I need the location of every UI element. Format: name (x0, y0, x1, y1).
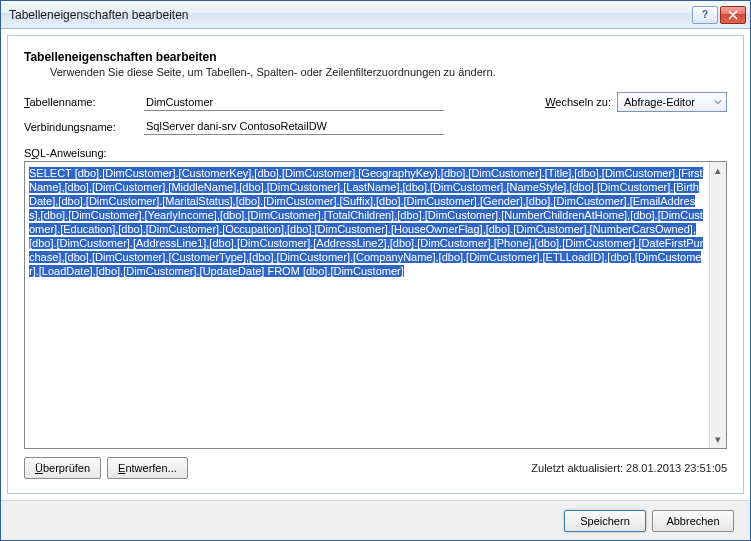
label-tablename: Tabellenname: (24, 96, 144, 108)
page-subheading: Verwenden Sie diese Seite, um Tabellen-,… (24, 66, 727, 78)
dialog-footer: Speichern Abbrechen (1, 500, 750, 540)
save-button[interactable]: Speichern (564, 510, 646, 532)
label-connname: Verbindungsname: (24, 121, 144, 133)
dialog-window: Tabelleneigenschaften bearbeiten ? Tabel… (0, 0, 751, 541)
sql-selection: SELECT [dbo].[DimCustomer].[CustomerKey]… (29, 167, 703, 277)
label-switch: Wechseln zu: (545, 96, 611, 108)
help-button[interactable]: ? (692, 6, 718, 24)
switch-to-combo[interactable]: Abfrage-Editor (617, 92, 727, 112)
window-title: Tabelleneigenschaften bearbeiten (9, 8, 692, 22)
sql-editor[interactable]: SELECT [dbo].[DimCustomer].[CustomerKey]… (24, 161, 727, 449)
scroll-up-icon[interactable]: ▴ (710, 162, 726, 179)
connname-input (144, 118, 444, 135)
close-button[interactable] (720, 6, 746, 24)
tablename-input[interactable] (144, 94, 444, 111)
vertical-scrollbar[interactable]: ▴ ▾ (709, 162, 726, 448)
switch-to-value: Abfrage-Editor (624, 96, 695, 108)
design-button[interactable]: Entwerfen... (107, 457, 188, 479)
switch-to-group: Wechseln zu: Abfrage-Editor (545, 92, 727, 112)
cancel-button[interactable]: Abbrechen (652, 510, 734, 532)
scroll-down-icon[interactable]: ▾ (710, 431, 726, 448)
chevron-down-icon (714, 96, 722, 108)
validate-button[interactable]: Überprüfen (24, 457, 101, 479)
window-controls: ? (692, 6, 746, 24)
titlebar[interactable]: Tabelleneigenschaften bearbeiten ? (1, 1, 750, 29)
sql-text[interactable]: SELECT [dbo].[DimCustomer].[CustomerKey]… (25, 162, 709, 448)
content-panel: Tabelleneigenschaften bearbeiten Verwend… (7, 35, 744, 494)
row-connname: Verbindungsname: (24, 118, 727, 135)
dialog-body: Tabelleneigenschaften bearbeiten Verwend… (1, 29, 750, 500)
scroll-track[interactable] (710, 179, 726, 431)
actions-row: Überprüfen Entwerfen... Zuletzt aktualis… (24, 457, 727, 479)
row-tablename: Tabellenname: Wechseln zu: Abfrage-Edito… (24, 92, 727, 112)
label-sql: SQL-Anweisung: (24, 147, 727, 159)
page-heading: Tabelleneigenschaften bearbeiten (24, 50, 727, 64)
last-updated-status: Zuletzt aktualisiert: 28.01.2013 23:51:0… (531, 462, 727, 474)
